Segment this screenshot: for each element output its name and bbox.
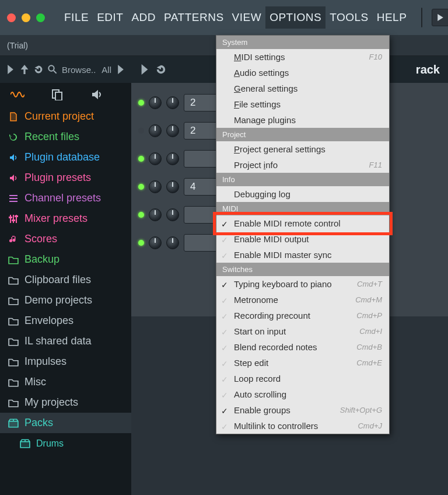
folder-icon — [8, 296, 19, 305]
channel-pan-knob[interactable] — [149, 96, 162, 109]
browser-item-mixer-presets[interactable]: Mixer presets — [0, 208, 131, 229]
browser-item-envelopes[interactable]: Envelopes — [0, 311, 131, 331]
channel-volume-knob[interactable] — [166, 180, 179, 193]
browser-item-il-shared-data[interactable]: IL shared data — [0, 331, 131, 351]
channel-enable-led[interactable] — [138, 184, 144, 190]
channel-volume-knob[interactable] — [166, 124, 179, 137]
menu-item-multilink-to-controllers[interactable]: Multilink to controllersCmd+J — [216, 418, 389, 434]
channel-volume-knob[interactable] — [166, 236, 179, 249]
channel-enable-led[interactable] — [138, 240, 144, 246]
window-zoom-button[interactable] — [36, 13, 45, 22]
menu-help[interactable]: HELP — [373, 6, 411, 29]
browser-item-packs[interactable]: Packs — [0, 413, 131, 433]
folder-icon — [8, 276, 19, 285]
menu-item-label: Step edit — [234, 358, 268, 368]
menu-item-enable-groups[interactable]: Enable groupsShift+Opt+G — [216, 402, 389, 418]
browser-item-impulses[interactable]: Impulses — [0, 351, 131, 372]
waveform-icon[interactable] — [10, 89, 24, 100]
channel-enable-led[interactable] — [138, 100, 144, 106]
channel-pan-knob[interactable] — [149, 152, 162, 165]
menu-item-audio-settings[interactable]: Audio settings — [216, 65, 389, 81]
window-minimize-button[interactable] — [22, 13, 30, 22]
search-icon[interactable] — [48, 65, 57, 74]
channel-volume-knob[interactable] — [166, 208, 179, 221]
file-icon — [8, 112, 19, 121]
chevron-right-icon[interactable] — [116, 65, 125, 74]
svg-point-1 — [48, 65, 54, 71]
menu-item-start-on-input[interactable]: Start on inputCmd+I — [216, 323, 389, 339]
play-button[interactable] — [432, 9, 448, 26]
menu-item-general-settings[interactable]: General settings — [216, 81, 389, 96]
channel-pan-knob[interactable] — [149, 124, 162, 137]
browser-scope[interactable]: All — [102, 65, 111, 75]
menu-item-blend-recorded-notes[interactable]: Blend recorded notesCmd+B — [216, 339, 389, 355]
menu-item-step-edit[interactable]: Step editCmd+E — [216, 355, 389, 371]
browser-item-my-projects[interactable]: My projects — [0, 392, 131, 413]
up-arrow-icon[interactable] — [20, 65, 29, 74]
check-icon — [221, 421, 229, 430]
menu-patterns[interactable]: PATTERNS — [160, 6, 228, 29]
channel-pan-knob[interactable] — [149, 236, 162, 249]
menu-item-metronome[interactable]: MetronomeCmd+M — [216, 292, 389, 308]
menu-add[interactable]: ADD — [127, 6, 160, 29]
browser-item-backup[interactable]: Backup — [0, 249, 131, 270]
browser-item-misc[interactable]: Misc — [0, 372, 131, 392]
browser-item-scores[interactable]: Scores — [0, 229, 131, 249]
menu-tools[interactable]: TOOLS — [326, 6, 373, 29]
channel-volume-knob[interactable] — [166, 96, 179, 109]
check-icon — [221, 358, 229, 367]
channel-enable-led[interactable] — [138, 212, 144, 218]
channel-pan-knob[interactable] — [149, 208, 162, 221]
channel-enable-led[interactable] — [138, 156, 144, 162]
mode-pat[interactable]: PAT — [422, 8, 422, 18]
menu-item-midi-settings[interactable]: MIDI settingsF10 — [216, 49, 389, 65]
menu-item-label: Blend recorded notes — [234, 342, 317, 352]
menu-item-project-info[interactable]: Project infoF11 — [216, 157, 389, 173]
menu-item-project-general-settings[interactable]: Project general settings — [216, 141, 389, 157]
menu-item-file-settings[interactable]: File settings — [216, 96, 389, 112]
copy-icon[interactable] — [50, 89, 64, 100]
browser-item-label: Recent files — [24, 131, 79, 143]
channel-pan-knob[interactable] — [149, 180, 162, 193]
undo-icon[interactable] — [34, 65, 43, 74]
main-menu: FILEEDITADDPATTERNSVIEWOPTIONSTOOLSHELP — [60, 6, 411, 29]
chevron-right-icon[interactable] — [139, 64, 150, 75]
menu-options[interactable]: OPTIONS — [265, 6, 326, 29]
pat-song-toggle[interactable]: PAT SONG — [421, 8, 422, 27]
browser-item-recent-files[interactable]: Recent files — [0, 127, 131, 147]
browser-item-drums[interactable]: Drums — [0, 433, 131, 454]
browser-item-plugin-presets[interactable]: Plugin presets — [0, 168, 131, 188]
window-close-button[interactable] — [7, 13, 16, 22]
browser-item-demo-projects[interactable]: Demo projects — [0, 290, 131, 311]
svg-rect-6 — [9, 198, 18, 199]
menu-item-manage-plugins[interactable]: Manage plugins — [216, 112, 389, 128]
browser-item-channel-presets[interactable]: Channel presets — [0, 188, 131, 208]
speaker-icon[interactable] — [90, 89, 104, 100]
menu-item-auto-scrolling[interactable]: Auto scrolling — [216, 386, 389, 402]
browser-item-clipboard-files[interactable]: Clipboard files — [0, 270, 131, 290]
channel-enable-led[interactable] — [138, 128, 144, 134]
menu-item-enable-midi-output[interactable]: Enable MIDI output — [216, 231, 389, 247]
undo-icon[interactable] — [156, 64, 166, 75]
menu-item-label: Typing keyboard to piano — [234, 279, 332, 289]
menu-item-typing-keyboard-to-piano[interactable]: Typing keyboard to pianoCmd+T — [216, 276, 389, 292]
browser-list: Current projectRecent filesPlugin databa… — [0, 106, 131, 495]
browser-item-current-project[interactable]: Current project — [0, 106, 131, 127]
menu-file[interactable]: FILE — [60, 6, 93, 29]
svg-line-2 — [54, 71, 57, 74]
menu-item-enable-midi-remote-control[interactable]: Enable MIDI remote control — [216, 215, 389, 231]
menu-edit[interactable]: EDIT — [93, 6, 127, 29]
browser-item-plugin-database[interactable]: Plugin database — [0, 147, 131, 168]
folder-icon — [8, 337, 19, 346]
options-menu-dropdown: SystemMIDI settingsF10Audio settingsGene… — [216, 35, 390, 434]
menu-item-debugging-log[interactable]: Debugging log — [216, 186, 389, 202]
menu-item-recording-precount[interactable]: Recording precountCmd+P — [216, 308, 389, 323]
check-icon — [221, 280, 229, 288]
menu-item-loop-record[interactable]: Loop record — [216, 371, 389, 386]
menu-item-enable-midi-master-sync[interactable]: Enable MIDI master sync — [216, 247, 389, 263]
menu-view[interactable]: VIEW — [228, 6, 266, 29]
chevron-right-icon[interactable] — [6, 65, 15, 74]
mode-song[interactable]: SONG — [422, 18, 422, 27]
svg-rect-11 — [9, 217, 12, 218]
channel-volume-knob[interactable] — [166, 152, 179, 165]
